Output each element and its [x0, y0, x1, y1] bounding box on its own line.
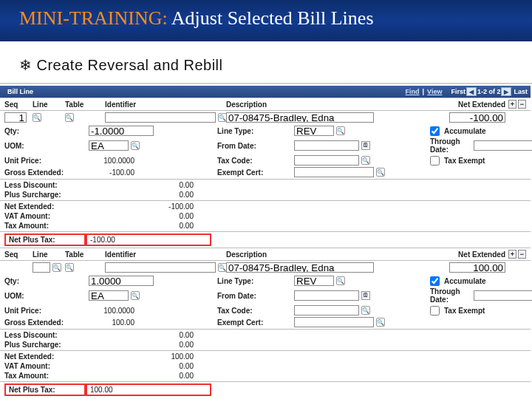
tax-exempt-label: Tax Exempt [444, 157, 485, 165]
title-rest: Adjust Selected Bill Lines [168, 7, 374, 29]
from-date-input[interactable] [294, 140, 359, 151]
line-lookup-icon-2[interactable] [52, 263, 61, 272]
col-description: Description [226, 100, 389, 109]
bill-line-2-totals: Net Extended: 100.00 VAT Amount: 0.00 Ta… [0, 350, 531, 381]
gross-extended-value: -100.00 [89, 168, 137, 177]
vat-amount-label: VAT Amount: [4, 212, 86, 220]
accumulate-checkbox-2[interactable] [430, 276, 440, 286]
uom-lookup-icon-2[interactable] [131, 291, 140, 300]
exempt-cert-lookup-icon[interactable] [376, 168, 385, 177]
table-lookup-icon-2[interactable] [65, 263, 74, 272]
exempt-cert-input-2[interactable] [294, 317, 374, 327]
section-heading: ❄Create Reversal and Rebill [0, 41, 532, 84]
plus-surcharge-value: 0.00 [86, 191, 211, 199]
qty-input-2[interactable] [89, 276, 154, 286]
col-table-2: Table [65, 250, 102, 259]
accumulate-checkbox[interactable] [430, 126, 440, 136]
description-input[interactable] [226, 112, 374, 123]
uom-input-2[interactable] [89, 290, 129, 301]
bill-line-2-row [0, 261, 531, 274]
line-type-lookup-icon[interactable] [336, 126, 345, 135]
bill-line-1-net-plus-tax: Net Plus Tax: -100.00 [0, 231, 531, 248]
tax-code-lookup-icon-2[interactable] [361, 306, 370, 315]
col-identifier-2: Identifier [105, 250, 223, 259]
bill-line-1-totals: Net Extended: -100.00 VAT Amount: 0.00 T… [0, 200, 531, 231]
seq-input[interactable] [4, 112, 27, 123]
title-prefix: MINI-TRAINING: [19, 7, 168, 29]
from-date-calendar-icon-2[interactable] [361, 291, 370, 300]
line-input[interactable] [33, 262, 50, 273]
net-extended-input[interactable] [449, 112, 505, 123]
uom-lookup-icon[interactable] [131, 141, 140, 150]
accumulate-label: Accumulate [444, 127, 486, 135]
bill-line-2-subtotals: Less Discount: 0.00 Plus Surcharge: 0.00 [0, 329, 531, 350]
tax-amount-label: Tax Amount: [4, 222, 86, 230]
from-date-input-2[interactable] [294, 290, 359, 301]
row-range: 1-2 of 2 [477, 88, 501, 95]
vat-amount-value-2: 0.00 [86, 362, 211, 370]
col-description-2: Description [226, 250, 389, 259]
delete-row-button[interactable]: − [518, 100, 526, 109]
line-type-input[interactable] [294, 126, 334, 136]
identifier-input[interactable] [105, 112, 216, 123]
unit-price-label: Unit Price: [4, 157, 86, 165]
unit-price-value-2: 100.0000 [89, 307, 137, 315]
uom-input[interactable] [89, 140, 129, 151]
grid-header-row-2: Seq Line Table Identifier Description Ne… [0, 248, 531, 261]
col-net-extended: Net Extended [392, 100, 505, 109]
page-title: MINI-TRAINING: Adjust Selected Bill Line… [19, 7, 513, 30]
table-lookup-icon[interactable] [65, 113, 74, 122]
through-date-label: Through Date: [430, 137, 471, 154]
from-date-label: From Date: [217, 142, 291, 150]
tax-code-input[interactable] [294, 155, 359, 166]
tax-exempt-checkbox[interactable] [430, 156, 440, 166]
add-row-button[interactable]: + [508, 100, 516, 109]
tax-exempt-checkbox-2[interactable] [430, 306, 440, 316]
exempt-cert-input[interactable] [294, 167, 374, 177]
exempt-cert-lookup-icon-2[interactable] [376, 318, 385, 327]
bill-line-1-detail: Qty: Line Type: Accumulate UOM: From Dat… [0, 124, 531, 179]
line-type-input-2[interactable] [294, 276, 334, 286]
col-seq: Seq [4, 100, 30, 109]
tax-code-lookup-icon[interactable] [361, 156, 370, 165]
delete-row-button-2[interactable]: − [518, 250, 526, 259]
net-extended-input-2[interactable] [449, 262, 505, 273]
col-table: Table [65, 100, 102, 109]
next-row-button[interactable]: ▶ [501, 87, 511, 96]
col-line-2: Line [33, 250, 62, 259]
find-link[interactable]: Find [406, 88, 420, 95]
plus-surcharge-value-2: 0.00 [86, 341, 211, 349]
tax-code-input-2[interactable] [294, 305, 359, 316]
line-lookup-icon[interactable] [33, 113, 41, 122]
view-link[interactable]: View [427, 88, 442, 95]
last-label: Last [514, 88, 528, 95]
tabbar-title: Bill Line [7, 88, 403, 95]
through-date-input-2[interactable] [474, 290, 532, 301]
net-plus-tax-label: Net Plus Tax: [9, 236, 55, 244]
bill-line-2-detail: Qty: Line Type: Accumulate UOM: From Dat… [0, 274, 531, 329]
first-label: First [451, 88, 466, 95]
qty-input[interactable] [89, 126, 154, 136]
line-type-lookup-icon-2[interactable] [336, 276, 345, 285]
less-discount-value-2: 0.00 [86, 331, 211, 339]
bill-line-2-net-plus-tax: Net Plus Tax: 100.00 [0, 381, 531, 398]
less-discount-label: Less Discount: [4, 181, 86, 189]
bill-line-1-row [0, 111, 531, 124]
description-input-2[interactable] [226, 262, 374, 273]
col-seq-2: Seq [4, 250, 30, 259]
tax-amount-value-2: 0.00 [86, 372, 211, 380]
col-line: Line [33, 100, 62, 109]
prev-row-button[interactable]: ◀ [466, 87, 477, 96]
tax-amount-value: 0.00 [86, 222, 211, 230]
snowflake-icon: ❄ [19, 57, 33, 73]
net-extended-total: -100.00 [86, 202, 211, 211]
less-discount-value: 0.00 [86, 181, 211, 189]
through-date-input[interactable] [474, 140, 532, 151]
from-date-calendar-icon[interactable] [361, 141, 370, 150]
add-row-button-2[interactable]: + [508, 250, 516, 259]
bill-line-1-subtotals: Less Discount: 0.00 Plus Surcharge: 0.00 [0, 179, 531, 200]
identifier-input-2[interactable] [105, 262, 216, 273]
net-extended-label: Net Extended: [4, 202, 86, 211]
net-plus-tax-value: -100.00 [90, 236, 133, 244]
exempt-cert-label: Exempt Cert: [217, 168, 291, 177]
